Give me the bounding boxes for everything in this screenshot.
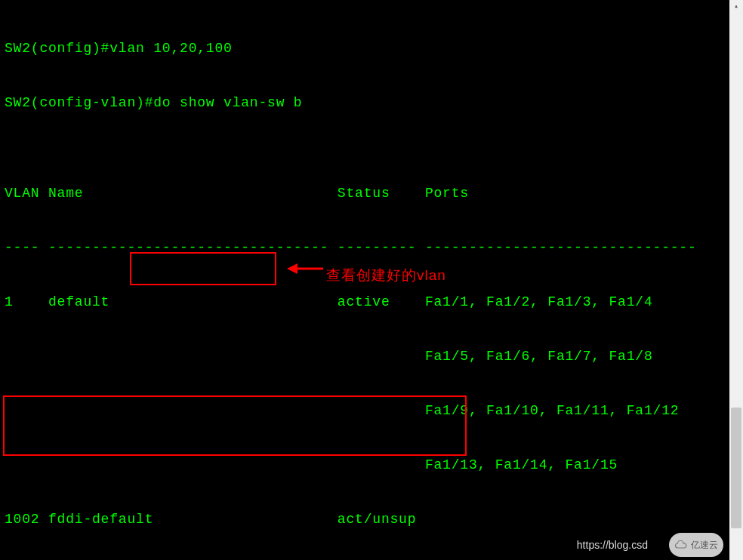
scrollbar-thumb[interactable] xyxy=(731,408,741,528)
terminal-line: ---- -------------------------------- --… xyxy=(5,238,725,257)
svg-marker-1 xyxy=(287,263,298,274)
terminal-line: Fa1/13, Fa1/14, Fa1/15 xyxy=(5,456,725,474)
watermark-text: https://blog.csd xyxy=(577,539,648,551)
site-logo: 亿速云 xyxy=(669,533,723,557)
logo-text: 亿速云 xyxy=(691,540,718,550)
terminal-window[interactable]: SW2(config)#vlan 10,20,100 SW2(config-vl… xyxy=(0,0,729,560)
terminal-line: 1002 fddi-default act/unsup xyxy=(5,510,725,528)
terminal-line: SW2(config-vlan)#do show vlan-sw b xyxy=(5,94,725,112)
terminal-line: 1 default active Fa1/1, Fa1/2, Fa1/3, Fa… xyxy=(5,293,725,311)
terminal-line: Fa1/9, Fa1/10, Fa1/11, Fa1/12 xyxy=(5,402,725,420)
viewport: SW2(config)#vlan 10,20,100 SW2(config-vl… xyxy=(0,0,743,560)
arrow-icon xyxy=(287,260,325,278)
terminal-line: SW2(config)#vlan 10,20,100 xyxy=(5,39,725,57)
cloud-icon xyxy=(674,540,688,551)
terminal-line: Fa1/5, Fa1/6, Fa1/7, Fa1/8 xyxy=(5,347,725,365)
annotation-text: 查看创建好的vlan xyxy=(326,266,446,285)
scroll-up-arrow-icon[interactable]: ▴ xyxy=(729,0,743,14)
scrollbar-track[interactable]: ▴ xyxy=(729,0,743,560)
terminal-line: VLAN Name Status Ports xyxy=(5,184,725,202)
